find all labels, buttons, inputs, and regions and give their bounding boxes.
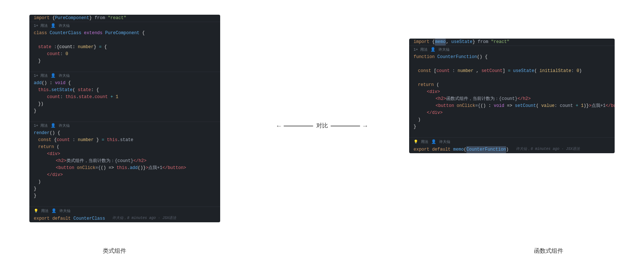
code-line: ) bbox=[409, 116, 615, 123]
code-line: } bbox=[409, 123, 615, 130]
code-line: return ( bbox=[409, 82, 615, 89]
code-line: const [count : number , setCount] = useS… bbox=[409, 68, 615, 75]
code-line: count: 0 bbox=[29, 51, 220, 58]
code-line: } bbox=[29, 58, 220, 65]
meta-line: 1+ 用法 👤 许大仙 bbox=[29, 22, 220, 30]
code-line: <div> bbox=[29, 151, 220, 158]
code-line: import {PureComponent} from "react" bbox=[29, 15, 220, 22]
code-line: }) bbox=[29, 101, 220, 108]
code-line: state :{count: number} = { bbox=[29, 44, 220, 51]
code-line: const {count : number } = this.state bbox=[29, 137, 220, 144]
code-line: function CounterFunction() { bbox=[409, 54, 615, 61]
code-line: return ( bbox=[29, 144, 220, 151]
code-line: <div> bbox=[409, 89, 615, 96]
code-line: } bbox=[29, 193, 220, 200]
code-line: <button onClick={() => this.add()}>点我+1<… bbox=[29, 165, 220, 172]
caption-right: 函数式组件 bbox=[534, 247, 563, 255]
code-line bbox=[409, 130, 615, 137]
right-arrow-icon: → bbox=[363, 122, 367, 130]
code-line: import {memo, useState} from "react" bbox=[409, 39, 615, 46]
code-line: <button onClick={() : void => setCount( … bbox=[409, 103, 615, 109]
code-line bbox=[29, 65, 220, 72]
code-line: ) bbox=[29, 179, 220, 186]
code-line bbox=[29, 115, 220, 122]
left-code-panel: import {PureComponent} from "react" 1+ 用… bbox=[29, 15, 220, 222]
code-line: export default CounterClass 许大仙，8 minute… bbox=[29, 215, 220, 222]
meta-line: 1+ 用法 👤 许大仙 bbox=[29, 122, 220, 130]
code-line: </div> bbox=[29, 172, 220, 179]
code-line bbox=[409, 75, 615, 82]
code-line: <h2>函数式组件，当前计数为：{count}</h2> bbox=[409, 96, 615, 103]
arrow-line-left bbox=[284, 126, 313, 126]
code-line: <h2>类式组件，当前计数为：{count}</h2> bbox=[29, 158, 220, 165]
footer-line: 💡 用法 👤 许大仙 bbox=[29, 206, 220, 215]
meta-line: 1+ 用法 👤 许大仙 bbox=[409, 46, 615, 54]
code-line: render() { bbox=[29, 130, 220, 137]
caption-left: 类式组件 bbox=[103, 247, 126, 255]
compare-label: 对比 bbox=[316, 122, 328, 130]
arrow-line-right bbox=[331, 126, 360, 126]
code-line: export default memo(CounterFunction) 许大仙… bbox=[409, 146, 615, 153]
left-arrow-icon: ← bbox=[277, 122, 281, 130]
code-line: </div> bbox=[409, 109, 615, 116]
code-line bbox=[29, 200, 220, 206]
code-line: count: this.state.count + 1 bbox=[29, 94, 220, 101]
meta-line: 1+ 用法 👤 许大仙 bbox=[29, 72, 220, 80]
main-container: import {PureComponent} from "react" 1+ 用… bbox=[0, 0, 644, 266]
code-line: add() : void { bbox=[29, 80, 220, 87]
footer-meta: 💡 用法 👤 许大仙 bbox=[409, 137, 615, 146]
compare-section: ← 对比 → bbox=[277, 122, 367, 130]
code-line: this.setState( state: { bbox=[29, 87, 220, 94]
compare-arrow: ← 对比 → bbox=[277, 122, 367, 130]
right-code-panel: import {memo, useState} from "react" 1+ … bbox=[409, 39, 615, 153]
code-line bbox=[29, 37, 220, 44]
code-line bbox=[409, 61, 615, 68]
code-line: class CounterClass extends PureComponent… bbox=[29, 30, 220, 37]
code-line: } bbox=[29, 186, 220, 193]
code-line: } bbox=[29, 108, 220, 115]
